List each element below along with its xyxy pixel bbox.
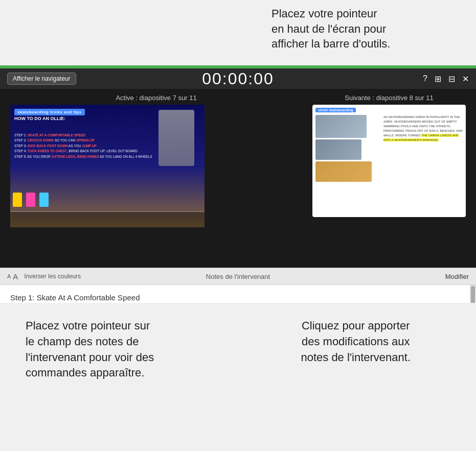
next-slide-text: AS SKATEBOARDING GREW IN POPULARITY IN T… bbox=[383, 115, 463, 143]
slide-step-5: STEP 5: AS YOU DROP, EXTEND LEGS, BEND K… bbox=[14, 154, 200, 159]
bottom-right-text: Cliquez pour apporter des modifications … bbox=[256, 318, 456, 365]
photo-3 bbox=[315, 161, 372, 182]
font-decrease-button[interactable]: A bbox=[7, 273, 11, 279]
skater-cyan bbox=[39, 193, 49, 207]
notes-content: Step 1: Skate At A Comfortable Speed Ste… bbox=[0, 285, 470, 303]
bottom-left-text: Placez votre pointeur sur le champ des n… bbox=[26, 318, 225, 381]
next-slide-frame: street skateboarding AS SKATEBOARDING GR… bbox=[312, 105, 466, 217]
notes-bar-title: Notes de l'intervenant bbox=[206, 273, 270, 280]
slide-step-4: STEP 4: TUCK KNEES TO CHEST, BRING BACK … bbox=[14, 149, 200, 154]
note-step-1: Step 1: Skate At A Comfortable Speed bbox=[10, 285, 460, 303]
city-bg bbox=[10, 212, 205, 227]
photo-1 bbox=[315, 115, 367, 138]
notes-bar: A A Inverser les couleurs Notes de l'int… bbox=[0, 268, 476, 285]
slide-tag: skateboarding tricks and tips bbox=[14, 109, 85, 115]
next-slide-label: Suivante : diapositive 8 sur 11 bbox=[312, 94, 466, 102]
slide-title: HOW TO DO AN OLLIE: bbox=[14, 116, 65, 122]
current-slide-label: Active : diapositive 7 sur 11 bbox=[10, 94, 302, 102]
skater-figures bbox=[13, 192, 202, 207]
next-slide-section: Suivante : diapositive 8 sur 11 street s… bbox=[312, 94, 466, 217]
close-icon[interactable]: ✕ bbox=[462, 74, 469, 84]
show-navigator-button[interactable]: Afficher le navigateur bbox=[7, 73, 76, 85]
help-icon[interactable]: ? bbox=[423, 74, 427, 83]
photo-2 bbox=[315, 139, 361, 160]
slide-steps: STEP 1: SKATE AT A COMFORTABLE SPEED STE… bbox=[14, 133, 200, 159]
font-increase-button[interactable]: A bbox=[13, 272, 18, 281]
current-slide-section: Active : diapositive 7 sur 11 skateboard… bbox=[10, 94, 302, 227]
slide-step-1: STEP 1: SKATE AT A COMFORTABLE SPEED bbox=[14, 133, 200, 138]
top-annotation: Placez votre pointeur en haut de l'écran… bbox=[261, 0, 456, 58]
top-annotation-text: Placez votre pointeur en haut de l'écran… bbox=[271, 7, 390, 50]
grid-icon[interactable]: ⊞ bbox=[435, 74, 441, 84]
toolbar: Afficher le navigateur 00:00:00 ? ⊞ ⊟ ✕ bbox=[0, 68, 476, 89]
bottom-annotation: Placez votre pointeur sur le champ des n… bbox=[0, 303, 476, 451]
skater-magenta bbox=[26, 193, 35, 207]
window-icon[interactable]: ⊟ bbox=[448, 74, 455, 84]
skater-yellow bbox=[13, 193, 22, 207]
notes-scrollbar[interactable] bbox=[470, 285, 476, 303]
edit-notes-button[interactable]: Modifier bbox=[445, 273, 469, 280]
timer-display: 00:00:00 bbox=[202, 69, 274, 88]
slide-step-2: STEP 2: CROUCH DOWN SO YOU CAN SPRING UP bbox=[14, 138, 200, 143]
toolbar-icons: ? ⊞ ⊟ ✕ bbox=[423, 74, 469, 84]
next-slide-photos bbox=[315, 115, 372, 183]
slide-step-3: STEP 3: KICK BACK FOOT DOWN AS YOU JUMP … bbox=[14, 144, 200, 149]
invert-colors-button[interactable]: Inverser les couleurs bbox=[24, 273, 81, 280]
next-slide-tag: street skateboarding bbox=[315, 108, 356, 112]
current-slide-frame: skateboarding tricks and tips HOW TO DO … bbox=[10, 105, 205, 227]
